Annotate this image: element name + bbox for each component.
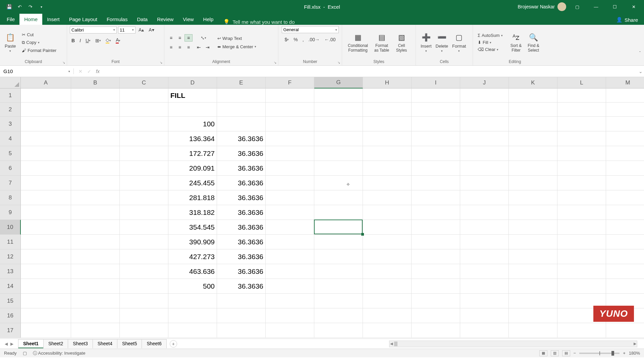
cell-D12[interactable]: 427.273 [168,249,217,264]
cell-D15[interactable] [168,294,217,308]
tell-me-search[interactable]: 💡 Tell me what you want to do [218,19,300,25]
cell-E17[interactable] [217,323,266,338]
align-right-button[interactable]: ≡ [184,44,193,51]
worksheet-grid[interactable]: ABCDEFGHIJKLM 1234567891011121314151617 … [0,77,644,339]
page-layout-view-button[interactable]: ▥ [551,350,559,356]
column-header-D[interactable]: D [168,77,217,88]
row-header-6[interactable]: 6 [0,161,21,176]
cell-J5[interactable] [460,146,509,161]
cell-F8[interactable] [266,190,314,205]
cell-D11[interactable]: 390.909 [168,235,217,249]
row-header-10[interactable]: 10 [0,220,21,235]
cell-J3[interactable] [460,117,509,131]
font-launcher-icon[interactable]: ↘ [159,60,163,65]
cell-G16[interactable] [314,308,363,323]
cell-L1[interactable] [557,88,606,103]
column-header-A[interactable]: A [21,77,71,88]
alignment-launcher-icon[interactable]: ↘ [273,60,277,65]
cell-E14[interactable]: 36.3636 [217,279,266,294]
column-header-L[interactable]: L [557,77,606,88]
cell-K13[interactable] [509,264,557,279]
row-header-9[interactable]: 9 [0,205,21,220]
cell-L14[interactable] [557,279,606,294]
insert-cells-button[interactable]: ➕Insert▾ [419,32,434,53]
tab-file[interactable]: File [2,14,19,25]
cell-A5[interactable] [21,146,71,161]
sheet-tab-sheet6[interactable]: Sheet6 [142,339,166,348]
cell-K11[interactable] [509,235,557,249]
tab-view[interactable]: View [178,14,198,25]
cell-E6[interactable]: 36.3636 [217,161,266,176]
cell-L17[interactable] [557,323,606,338]
cell-J1[interactable] [460,88,509,103]
zoom-slider[interactable] [579,353,620,354]
cell-D8[interactable]: 281.818 [168,190,217,205]
cell-B5[interactable] [71,146,120,161]
tab-review[interactable]: Review [152,14,178,25]
cell-G9[interactable] [314,205,363,220]
cell-A9[interactable] [21,205,71,220]
cell-C5[interactable] [120,146,168,161]
cell-B15[interactable] [71,294,120,308]
sheet-tab-sheet1[interactable]: Sheet1 [18,339,44,348]
clipboard-launcher-icon[interactable]: ↘ [61,60,66,65]
cell-G12[interactable] [314,249,363,264]
cell-J8[interactable] [460,190,509,205]
cell-H7[interactable] [363,176,412,190]
cell-J15[interactable] [460,294,509,308]
cell-F16[interactable] [266,308,314,323]
row-header-14[interactable]: 14 [0,279,21,294]
sheet-nav-prev-icon[interactable]: ◀ [5,342,8,346]
column-header-G[interactable]: G [314,77,363,88]
cell-L4[interactable] [557,131,606,146]
cell-H14[interactable] [363,279,412,294]
cell-I6[interactable] [412,161,460,176]
sheet-tab-sheet3[interactable]: Sheet3 [68,339,93,348]
cell-D9[interactable]: 318.182 [168,205,217,220]
cell-C7[interactable] [120,176,168,190]
cell-D14[interactable]: 500 [168,279,217,294]
format-as-table-button[interactable]: ▤Format as Table [371,32,392,53]
cell-A4[interactable] [21,131,71,146]
cell-J16[interactable] [460,308,509,323]
copy-button[interactable]: ⧉Copy▾ [20,39,58,46]
align-top-button[interactable]: ≡ [167,34,175,42]
cell-K8[interactable] [509,190,557,205]
column-header-B[interactable]: B [71,77,120,88]
column-header-H[interactable]: H [363,77,412,88]
merge-center-button[interactable]: ⬌Merge & Center▾ [215,44,258,50]
paste-button[interactable]: 📋 Paste ▾ [3,32,18,53]
cell-H16[interactable] [363,308,412,323]
column-header-F[interactable]: F [266,77,314,88]
cell-C14[interactable] [120,279,168,294]
cell-D3[interactable]: 100 [168,117,217,131]
cell-M8[interactable] [606,190,644,205]
cell-M13[interactable] [606,264,644,279]
cell-G1[interactable] [314,88,363,103]
percent-format-button[interactable]: % [292,36,299,43]
comma-format-button[interactable]: , [301,36,306,43]
new-sheet-button[interactable]: + [170,340,177,348]
cell-M6[interactable] [606,161,644,176]
cell-F17[interactable] [266,323,314,338]
cell-J14[interactable] [460,279,509,294]
cell-B4[interactable] [71,131,120,146]
cell-E15[interactable] [217,294,266,308]
cell-H8[interactable] [363,190,412,205]
row-header-8[interactable]: 8 [0,190,21,205]
expand-formula-bar-icon[interactable]: ⌄ [637,69,644,74]
select-all-corner[interactable] [0,77,21,88]
row-header-16[interactable]: 16 [0,308,21,323]
number-format-combo[interactable]: General▾ [282,26,339,33]
decrease-font-button[interactable]: A▾ [147,26,156,34]
cell-styles-button[interactable]: ▧Cell Styles [392,32,411,53]
cell-C11[interactable] [120,235,168,249]
sheet-tab-sheet4[interactable]: Sheet4 [93,339,117,348]
italic-button[interactable]: I [78,37,83,44]
cell-M9[interactable] [606,205,644,220]
cell-L13[interactable] [557,264,606,279]
cell-K10[interactable] [509,220,557,235]
align-center-button[interactable]: ≡ [176,44,184,51]
cell-C16[interactable] [120,308,168,323]
row-header-2[interactable]: 2 [0,103,21,117]
